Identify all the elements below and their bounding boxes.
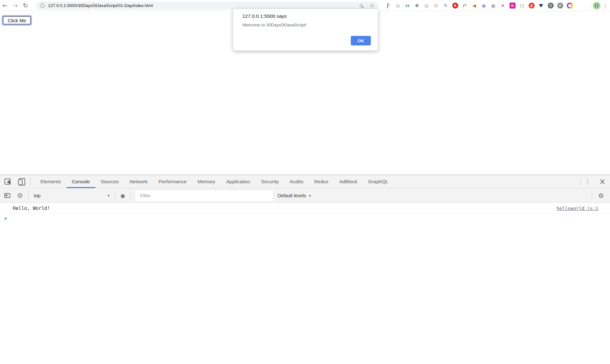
extension-icons: Ƒ◎▮▮✱▦⊙✎✱ƒ?◀◉▣✶⚙◳▮♥GW [384, 0, 574, 11]
devtools-panel: ElementsConsoleSourcesNetworkPerformance… [0, 175, 610, 364]
browser-menu-icon[interactable]: ⋮ [600, 3, 610, 9]
console-log-row: Hello, World! helloworld.js:1 [0, 203, 610, 214]
bug-icon[interactable]: ✱ [412, 2, 422, 10]
devtools-close-icon[interactable]: × [595, 177, 610, 186]
bookmark-star-icon[interactable]: ☆ [370, 3, 374, 9]
tab-application[interactable]: Application [221, 175, 256, 188]
device-toolbar-icon[interactable] [17, 178, 25, 185]
devtools-tabbar: ElementsConsoleSourcesNetworkPerformance… [0, 175, 610, 188]
profile-avatar[interactable]: {} [593, 2, 600, 10]
columns-icon[interactable]: ▮▮ [403, 2, 412, 10]
site-info-icon[interactable]: i [40, 3, 45, 8]
g-circle-icon[interactable]: G [546, 2, 555, 10]
tab-audits[interactable]: Audits [284, 175, 309, 188]
orbit-icon[interactable]: ◎ [393, 2, 403, 10]
forward-icon[interactable]: → [10, 1, 20, 10]
tabbar-divider [30, 178, 31, 185]
chevron-down-icon: ▾ [309, 193, 311, 198]
context-selector[interactable]: top ▾ [34, 193, 110, 198]
url-text[interactable]: 127.0.0.1:5500/30DaysOfJavaScript/01-Day… [48, 3, 360, 8]
alert-title: 127.0.0.1:5500 says [242, 13, 287, 19]
tab-network[interactable]: Network [124, 175, 153, 188]
alert-message: Welcome to 30DaysOfJavaScript! [242, 23, 307, 27]
camera-icon[interactable]: ▣ [489, 2, 498, 10]
chevron-down-icon: ▾ [108, 193, 110, 198]
eyedropper-icon[interactable]: ✎ [441, 2, 450, 10]
address-bar[interactable]: i 127.0.0.1:5500/30DaysOfJavaScript/01-D… [36, 2, 378, 10]
console-toolbar-divider [130, 192, 130, 199]
blocker-hand-icon[interactable]: ✱ [450, 2, 460, 10]
pink-star-icon[interactable]: ✶ [498, 2, 508, 10]
tab-memory[interactable]: Memory [192, 175, 221, 188]
console-source-link[interactable]: helloworld.js:1 [557, 206, 598, 211]
tab-console[interactable]: Console [66, 175, 95, 188]
console-filter-input[interactable] [135, 190, 273, 201]
devtools-menu-icon[interactable]: ⋮ [581, 178, 595, 185]
click-me-button[interactable]: Click Me [3, 16, 31, 24]
toolbar-divider [591, 3, 591, 9]
inspect-element-icon[interactable] [4, 179, 10, 185]
tab-graphql[interactable]: GraphQL [363, 175, 394, 188]
console-output: Hello, World! helloworld.js:1 > [0, 203, 610, 364]
alert-ok-button[interactable]: OK [351, 36, 371, 45]
gear-icon[interactable]: ⚙ [592, 192, 610, 199]
heart-search-icon[interactable]: ♥ [536, 2, 546, 10]
fontawesome-icon[interactable]: Ƒ [384, 2, 393, 10]
color-ring-icon[interactable] [565, 2, 574, 10]
console-prompt-row[interactable]: > [0, 214, 610, 223]
tab-performance[interactable]: Performance [153, 175, 192, 188]
tab-sources[interactable]: Sources [95, 175, 124, 188]
tab-adblock[interactable]: AdBlock [334, 175, 363, 188]
console-sidebar-icon[interactable] [4, 193, 10, 198]
console-toolbar-divider [28, 192, 28, 199]
console-log-message: Hello, World! [13, 206, 557, 211]
blue-orb-icon[interactable]: ◉ [479, 2, 489, 10]
back-icon[interactable]: ← [0, 1, 10, 10]
pink-gear-icon[interactable]: ⚙ [508, 2, 517, 10]
alert-dialog: 127.0.0.1:5500 says Welcome to 30DaysOfJ… [233, 9, 378, 51]
live-expression-eye-icon[interactable]: ◉ [121, 192, 125, 199]
tab-security[interactable]: Security [256, 175, 284, 188]
paren-circle-icon[interactable]: ⊙ [431, 2, 441, 10]
zoom-icon[interactable] [360, 4, 363, 7]
console-toolbar-divider [115, 192, 115, 199]
devtools-tabs: ElementsConsoleSourcesNetworkPerformance… [35, 175, 394, 188]
corner-arrows-icon[interactable]: ◳ [517, 2, 527, 10]
function-icon[interactable]: ƒ? [460, 2, 469, 10]
log-levels-dropdown[interactable]: Default levels ▾ [277, 193, 311, 198]
clear-console-icon[interactable]: ⊘ [17, 192, 23, 199]
megaphone-icon[interactable]: ◀ [469, 2, 479, 10]
grid-icon[interactable]: ▦ [422, 2, 431, 10]
reload-icon[interactable]: ↻ [20, 1, 31, 10]
tab-redux[interactable]: Redux [309, 175, 334, 188]
console-toolbar: ⊘ top ▾ ◉ Default levels ▾ ⚙ [0, 188, 610, 203]
context-selector-value: top [34, 193, 41, 198]
w-circle-icon[interactable]: W [555, 2, 565, 10]
log-levels-value: Default levels [277, 193, 306, 198]
tab-elements[interactable]: Elements [35, 175, 66, 188]
console-prompt-chevron-icon: > [4, 216, 7, 221]
bookmark-icon[interactable]: ▮ [527, 2, 536, 10]
